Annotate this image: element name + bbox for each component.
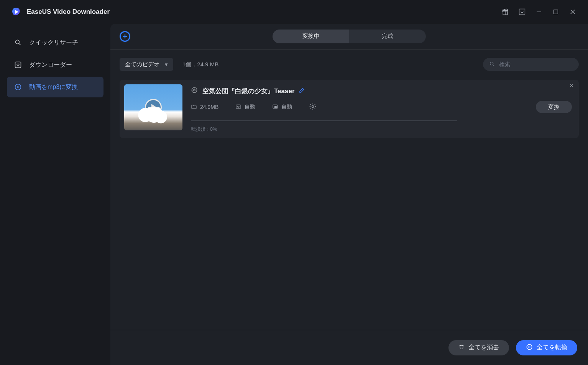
play-icon	[145, 99, 162, 116]
svg-text:HQ: HQ	[274, 105, 278, 108]
sidebar: クイックリサーチ ダウンローダー 動画をmp3に変換	[0, 24, 110, 365]
convert-icon	[14, 83, 22, 91]
quality-icon	[235, 104, 241, 111]
svg-line-7	[19, 44, 21, 45]
trash-icon	[458, 344, 465, 352]
convert-all-button[interactable]: 全てを転換	[516, 340, 577, 355]
tab-converting[interactable]: 変換中	[273, 30, 349, 43]
filter-dropdown[interactable]: 全てのビデオ ▾	[120, 58, 173, 71]
title-bar: EaseUS Video Downloader	[0, 0, 588, 24]
svg-point-16	[194, 89, 195, 91]
svg-marker-11	[17, 86, 19, 89]
format-icon: HQ	[272, 104, 278, 111]
tab-segment: 変換中 完成	[273, 30, 426, 43]
chevron-down-icon: ▾	[165, 61, 168, 68]
progress-bar	[191, 120, 457, 121]
sidebar-item-quick-research[interactable]: クイックリサーチ	[7, 32, 103, 53]
app-logo-icon	[11, 7, 21, 17]
close-icon[interactable]	[564, 3, 581, 20]
video-thumbnail[interactable]	[124, 84, 182, 130]
app-title: EaseUS Video Downloader	[27, 8, 110, 16]
sidebar-item-label: 動画をmp3に変換	[29, 83, 78, 91]
search-input[interactable]: 検索	[483, 58, 579, 71]
search-icon	[14, 38, 22, 47]
search-placeholder: 検索	[499, 61, 511, 68]
search-icon	[489, 61, 495, 68]
meta-size: 24.9MB	[191, 104, 218, 111]
edit-icon[interactable]	[299, 87, 305, 95]
svg-line-15	[493, 65, 494, 66]
meta-quality: 自動	[235, 104, 255, 111]
dropdown-icon[interactable]	[514, 3, 531, 20]
maximize-icon[interactable]	[547, 3, 564, 20]
meta-format: HQ 自動	[272, 104, 292, 111]
remove-item-icon[interactable]	[569, 83, 574, 90]
summary-text: 1個，24.9 MB	[182, 61, 218, 68]
svg-rect-1	[519, 9, 525, 15]
video-item-card: 空気公団『白銀の少女』Teaser 24.9MB 自動	[120, 80, 579, 138]
clear-all-button[interactable]: 全てを消去	[448, 340, 509, 355]
video-type-icon	[191, 87, 198, 95]
svg-point-6	[15, 40, 19, 44]
status-text: 転換済 : 0%	[191, 126, 572, 133]
footer-bar: 全てを消去 全てを転換	[110, 330, 588, 365]
sidebar-item-label: クイックリサーチ	[29, 39, 78, 47]
main-panel: 変換中 完成 全てのビデオ ▾ 1個，24.9 MB 検索	[110, 24, 588, 365]
svg-point-28	[527, 344, 532, 350]
svg-rect-3	[554, 10, 558, 14]
download-icon	[14, 61, 22, 69]
sidebar-item-downloader[interactable]: ダウンローダー	[7, 54, 103, 75]
svg-point-14	[490, 62, 493, 65]
filter-label: 全てのビデオ	[125, 61, 159, 68]
svg-point-25	[312, 105, 314, 107]
folder-icon	[191, 104, 197, 111]
minimize-icon[interactable]	[531, 3, 547, 20]
video-title: 空気公団『白銀の少女』Teaser	[202, 87, 295, 95]
sidebar-item-video-to-mp3[interactable]: 動画をmp3に変換	[7, 77, 103, 97]
add-button[interactable]	[120, 31, 130, 42]
gift-icon[interactable]	[497, 3, 514, 20]
pause-circle-icon	[526, 344, 533, 352]
sidebar-item-label: ダウンローダー	[29, 61, 72, 69]
gear-icon[interactable]	[309, 103, 317, 112]
tab-done[interactable]: 完成	[349, 30, 426, 43]
convert-button[interactable]: 変換	[536, 101, 572, 113]
